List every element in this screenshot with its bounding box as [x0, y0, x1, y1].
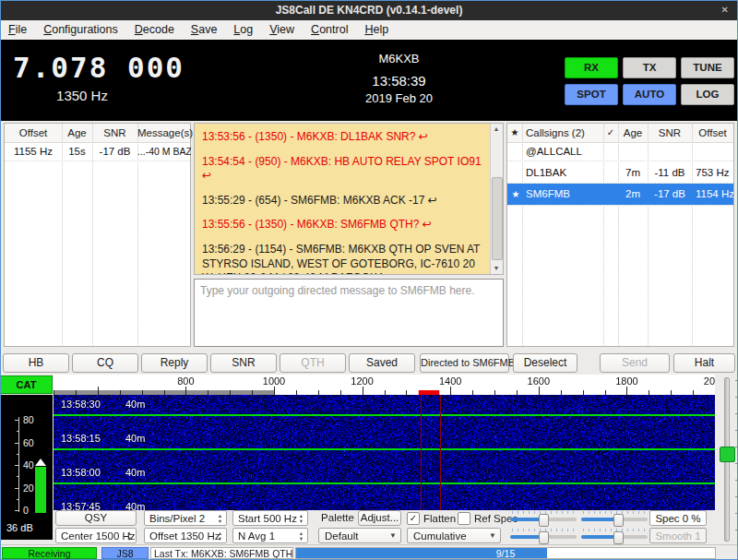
flatten-checkbox[interactable]: ✓ Flatten — [407, 510, 456, 526]
wf-time-2: 13:58:15 — [61, 433, 101, 444]
waterfall-gain-slider[interactable] — [716, 375, 738, 544]
col-age[interactable]: Age — [62, 124, 92, 142]
snr-button[interactable]: SNR — [210, 353, 277, 373]
waterfall-display[interactable]: 13:58:30 40m 13:58:15 40m 13:58:00 40m 1… — [54, 395, 715, 510]
spin-down-icon[interactable]: ▼ — [297, 536, 305, 542]
menubar: File Configurations Decode Save Log View… — [0, 20, 738, 40]
log-button[interactable]: LOG — [681, 84, 734, 105]
callsigns-header: ★ Callsigns (2) ✓ Age SNR Offset — [507, 124, 733, 143]
col-check-icon[interactable]: ✓ — [603, 124, 618, 142]
checkbox-unchecked[interactable] — [458, 512, 470, 525]
wf-band-4: 40m — [125, 501, 145, 510]
close-icon[interactable]: ✕ — [721, 5, 729, 15]
navg-value: N Avg 1 — [238, 530, 275, 542]
palette-label: Palette — [319, 510, 356, 526]
hb-button[interactable]: HB — [3, 353, 69, 373]
col-star-icon[interactable]: ★ — [507, 124, 522, 142]
statusbar: Receiving JS8 Last Tx: M6KXB: SM6FMB QTH… — [0, 544, 738, 560]
saved-button[interactable]: Saved — [349, 353, 415, 373]
directed-to-button[interactable]: Directed to SM6FMB — [420, 353, 509, 373]
col-messages[interactable]: Message(s) — [137, 124, 190, 142]
utc-date: 2019 Feb 20 — [304, 91, 494, 105]
cell-snr: -17 dB — [648, 184, 692, 205]
adjust-button[interactable]: Adjust... — [358, 510, 401, 526]
waterfall-canvas[interactable] — [54, 395, 715, 510]
menu-log[interactable]: Log — [225, 20, 261, 40]
spectrum-mode-select[interactable]: Cumulative ▼ — [407, 528, 501, 543]
slider-handle[interactable] — [613, 514, 624, 527]
frequency-ruler[interactable] — [54, 375, 715, 395]
menu-help[interactable]: Help — [356, 20, 397, 40]
spin-down-icon[interactable]: ▼ — [216, 518, 224, 524]
palette-select[interactable]: Default ▼ — [318, 528, 401, 543]
col-snr[interactable]: SNR — [92, 124, 137, 142]
col-age[interactable]: Age — [618, 124, 648, 142]
col-callsigns[interactable]: Callsigns (2) — [522, 124, 603, 142]
menu-file[interactable]: File — [0, 20, 35, 40]
scroll-down-icon[interactable]: ▼ — [491, 263, 502, 274]
menu-configurations[interactable]: Configurations — [35, 20, 126, 40]
spec-percent-field[interactable]: Spec 0 % — [649, 510, 707, 526]
scroll-thumb[interactable] — [492, 177, 503, 260]
send-button[interactable]: Send — [600, 353, 670, 373]
menu-decode[interactable]: Decode — [126, 20, 183, 40]
qsy-button[interactable]: QSY — [55, 510, 137, 526]
center-hz-spinner[interactable]: Center 1500 Hz ▲▼ — [55, 528, 137, 543]
cat-button[interactable]: CAT — [0, 375, 53, 394]
col-offset[interactable]: Offset — [692, 124, 733, 142]
refspec-checkbox[interactable]: Ref Spec — [458, 510, 518, 526]
qth-button[interactable]: QTH — [280, 353, 346, 373]
menu-view[interactable]: View — [261, 20, 303, 40]
cell-offset: 1155 Hz — [5, 142, 62, 161]
chevron-down-icon: ▼ — [389, 530, 397, 542]
tune-button[interactable]: TUNE — [681, 57, 734, 78]
spin-down-icon[interactable]: ▼ — [297, 518, 305, 524]
slider-handle[interactable] — [539, 531, 549, 544]
cq-button[interactable]: CQ — [72, 353, 138, 373]
spec-slider-2[interactable] — [581, 510, 648, 526]
meter-tick-20: 20 — [23, 483, 34, 494]
halt-button[interactable]: Halt — [673, 353, 735, 373]
col-snr[interactable]: SNR — [648, 124, 692, 142]
bins-per-pixel-spinner[interactable]: Bins/Pixel 2 ▲▼ — [144, 510, 227, 526]
menu-control[interactable]: Control — [303, 20, 356, 40]
wf-band-1: 40m — [125, 399, 145, 410]
cell-age: 15s — [62, 142, 92, 161]
col-offset[interactable]: Offset — [5, 124, 62, 142]
callsigns-table[interactable]: ★ Callsigns (2) ✓ Age SNR Offset @ALLCAL… — [506, 123, 734, 347]
spec-slider-1[interactable] — [510, 510, 577, 526]
smooth-field[interactable]: Smooth 1 — [649, 528, 707, 543]
meter-tick-80: 80 — [23, 414, 34, 425]
spin-down-icon[interactable]: ▼ — [125, 536, 134, 542]
star-icon: ★ — [509, 184, 522, 205]
slider-handle[interactable] — [720, 447, 735, 462]
tx-button[interactable]: TX — [623, 57, 676, 78]
outgoing-message-input[interactable] — [194, 279, 504, 347]
spin-down-icon[interactable]: ▼ — [216, 536, 224, 542]
rx-button[interactable]: RX — [565, 57, 618, 78]
band-activity-table[interactable]: Offset Age SNR Message(s) 1155 Hz 15s -1… — [4, 123, 191, 347]
offset-frequency[interactable]: 1350 Hz — [13, 88, 151, 103]
checkbox-checked[interactable]: ✓ — [407, 512, 420, 525]
callsign-row-sm6fmb-selected[interactable]: ★ SM6FMB 2m -17 dB 1154 Hz — [507, 184, 733, 205]
reply-button[interactable]: Reply — [141, 353, 208, 373]
rx-message: 13:56:29 - (1154) - SM6FMB: M6KXB QTH OP… — [202, 243, 483, 274]
my-callsign: M6KXB — [304, 52, 494, 66]
smooth-slider-2[interactable] — [581, 528, 648, 543]
auto-button[interactable]: AUTO — [623, 84, 676, 105]
titlebar[interactable]: JS8Call DE KN4CRD (v0.14.1-devel) ✕ — [0, 0, 738, 20]
messages-scrollbar[interactable]: ▲ ▼ — [490, 124, 503, 274]
dial-frequency[interactable]: 7.078 000 — [13, 51, 184, 84]
offset-hz-spinner[interactable]: Offset 1350 Hz ▲▼ — [144, 528, 227, 543]
deselect-button[interactable]: Deselect — [513, 353, 577, 373]
smooth-slider-1[interactable] — [510, 528, 577, 543]
slider-handle[interactable] — [613, 531, 624, 544]
navg-spinner[interactable]: N Avg 1 ▲▼ — [232, 528, 308, 543]
slider-handle[interactable] — [539, 514, 549, 527]
scroll-up-icon[interactable]: ▲ — [491, 124, 502, 135]
spot-button[interactable]: SPOT — [565, 84, 618, 105]
rx-message: 13:53:56 - (1350) - M6KXB: DL1BAK SNR? ↩ — [202, 130, 483, 145]
rx-message-panel[interactable]: 13:53:56 - (1350) - M6KXB: DL1BAK SNR? ↩… — [194, 123, 504, 275]
start-hz-spinner[interactable]: Start 500 Hz ▲▼ — [232, 510, 308, 526]
menu-save[interactable]: Save — [183, 20, 226, 40]
